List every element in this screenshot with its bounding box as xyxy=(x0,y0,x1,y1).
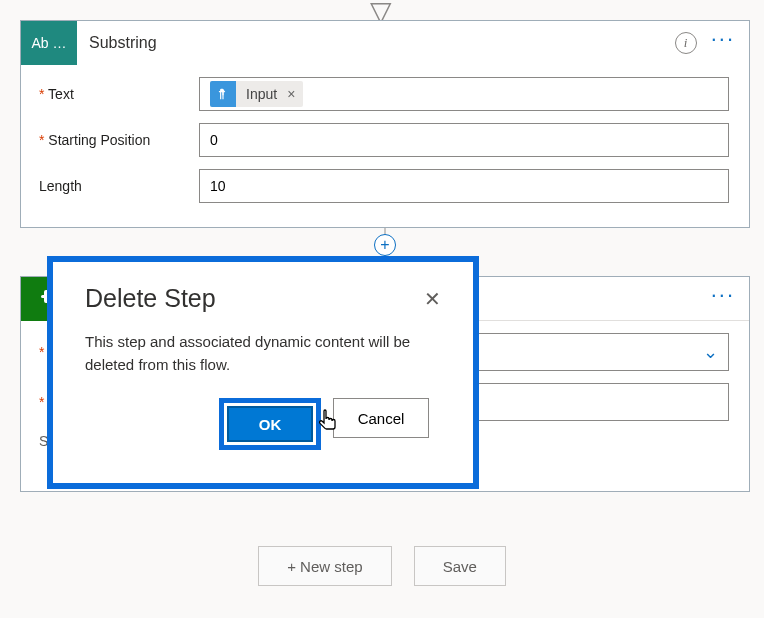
action-title: Substring xyxy=(77,34,675,52)
length-input[interactable]: 10 xyxy=(199,169,729,203)
field-label-text: Text xyxy=(39,86,199,102)
close-icon[interactable]: ✕ xyxy=(424,287,441,311)
field-label-starting: Starting Position xyxy=(39,132,199,148)
ok-button[interactable]: OK xyxy=(227,406,313,442)
footer-bar: + New step Save xyxy=(0,546,764,586)
token-label: Input xyxy=(236,86,285,102)
new-step-button[interactable]: + New step xyxy=(258,546,391,586)
token-remove-icon[interactable]: × xyxy=(285,86,303,102)
dialog-message: This step and associated dynamic content… xyxy=(85,331,441,376)
chevron-down-icon: ⌄ xyxy=(703,341,718,363)
action-icon-text: Ab … xyxy=(21,21,77,65)
ok-button-highlight: OK xyxy=(219,398,321,450)
action-menu-button[interactable]: ··· xyxy=(711,288,749,309)
field-label-length: Length xyxy=(39,178,199,194)
save-button[interactable]: Save xyxy=(414,546,506,586)
cancel-button[interactable]: Cancel xyxy=(333,398,429,438)
add-step-inline-button[interactable]: + xyxy=(374,234,396,256)
dialog-title: Delete Step xyxy=(85,284,216,313)
text-input[interactable]: Input × xyxy=(199,77,729,111)
delete-step-dialog: Delete Step ✕ This step and associated d… xyxy=(47,256,479,489)
action-menu-button[interactable]: ··· xyxy=(711,32,749,53)
info-icon[interactable]: i xyxy=(675,32,697,54)
action-card-substring: Ab … Substring i ··· Text Input × Starti… xyxy=(20,20,750,228)
card-header[interactable]: Ab … Substring i ··· xyxy=(21,21,749,65)
starting-position-input[interactable]: 0 xyxy=(199,123,729,157)
dynamic-content-token[interactable]: Input × xyxy=(210,81,303,107)
token-icon xyxy=(210,81,236,107)
